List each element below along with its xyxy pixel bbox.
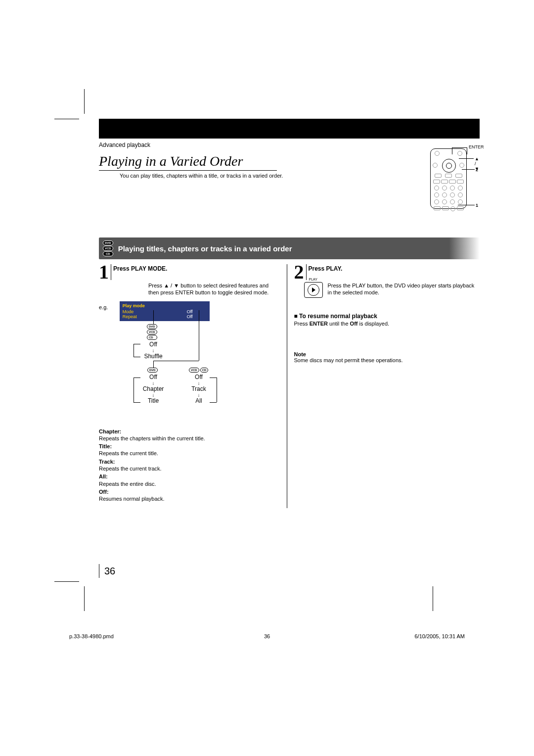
step-2-title: Press PLAY. — [309, 264, 343, 272]
osd-box: Play mode ModeOff RepeatOff — [120, 301, 210, 321]
note-heading: Note — [294, 351, 476, 357]
page-number: 36 — [99, 564, 115, 578]
osd-title: Play mode — [123, 303, 207, 308]
badge-vcd: VCD — [189, 368, 199, 373]
dvd-off: Off — [138, 374, 168, 380]
badge-dvd: DVD — [147, 368, 158, 373]
footer-datetime: 6/10/2005, 10:31 AM — [316, 633, 465, 639]
vcd-all: All — [184, 397, 214, 404]
dvd-chapter: Chapter — [138, 385, 168, 392]
note-body: Some discs may not permit these operatio… — [294, 357, 476, 363]
page-title: Playing in a Varied Order — [99, 153, 277, 171]
osd-repeat-key: Repeat — [123, 314, 187, 319]
vcd-track: Track — [184, 385, 214, 392]
disc-badges: DVD VCD CD — [103, 240, 113, 256]
step-2-body: Press the PLAY button, the DVD video pla… — [328, 282, 476, 298]
footer: p.33-38-4980.pmd 36 6/10/2005, 10:31 AM — [69, 633, 465, 639]
badge-dvd: DVD — [103, 240, 113, 245]
def-off: Off: — [99, 488, 281, 495]
step-2-number: 2 — [294, 264, 307, 280]
def-chapter: Chapter: — [99, 428, 281, 435]
subsection-title: Playing titles, chapters or tracks in a … — [118, 244, 292, 253]
remote-callout-2: 2 — [476, 167, 478, 172]
mode-diagram: DVD VCD CD Off ↓ Shuffle DVD Off ↓ Chapt… — [119, 324, 281, 413]
section-label: Advanced playback — [99, 142, 480, 148]
badge-vcd: VCD — [103, 246, 113, 251]
vcd-off: Off — [184, 374, 214, 380]
resume-heading: To resume normal playback — [294, 313, 476, 320]
page-content: Advanced playback Playing in a Varied Or… — [99, 119, 480, 508]
mode-off: Off — [138, 341, 168, 348]
remote-callout-1: 1 — [476, 203, 478, 208]
crop-mark — [84, 586, 85, 611]
dvd-title: Title — [138, 397, 168, 404]
def-all-desc: Repeats the entire disc. — [99, 480, 281, 487]
page-subtitle: You can play titles, chapters within a t… — [120, 173, 317, 179]
remote-diagram: ENTER ▲ / ▼ 2 1 — [430, 148, 480, 213]
def-off-desc: Resumes normal playback. — [99, 495, 281, 502]
osd-mode-val: Off — [187, 309, 207, 314]
badge-cd: CD — [147, 335, 157, 340]
subsection-bar: DVD VCD CD Playing titles, chapters or t… — [99, 237, 480, 259]
play-button-icon — [304, 282, 323, 298]
footer-page: 36 — [218, 633, 316, 639]
badge-vcd: VCD — [147, 330, 157, 334]
header-bar — [99, 119, 480, 139]
definitions: Chapter: Repeats the chapters within the… — [99, 428, 281, 503]
osd-repeat-val: Off — [187, 314, 207, 319]
def-title: Title: — [99, 443, 281, 450]
resume-body: Press ENTER until the Off is displayed. — [294, 321, 476, 327]
crop-mark — [54, 119, 79, 119]
crop-mark — [433, 586, 433, 611]
badge-dvd: DVD — [147, 324, 157, 329]
badge-cd: CD — [103, 251, 113, 256]
mode-shuffle: Shuffle — [138, 353, 168, 360]
footer-filename: p.33-38-4980.pmd — [69, 633, 218, 639]
def-track: Track: — [99, 458, 281, 465]
def-title-desc: Repeats the current title. — [99, 450, 281, 457]
crop-mark — [84, 89, 85, 114]
play-button-label: PLAY — [309, 277, 317, 282]
step-1: 1 Press PLAY MODE. Press ▲ / ▼ button to… — [99, 264, 287, 508]
eg-label: e.g. — [99, 304, 108, 310]
step-1-title: Press PLAY MODE. — [113, 264, 167, 272]
def-all: All: — [99, 473, 281, 480]
crop-mark — [54, 581, 79, 582]
badge-cd: CD — [200, 368, 209, 373]
step-1-body: Press ▲ / ▼ button to select desired fea… — [148, 282, 281, 296]
step-1-number: 1 — [99, 264, 111, 280]
def-chapter-desc: Repeats the chapters within the current … — [99, 435, 281, 442]
osd-mode-key: Mode — [123, 309, 187, 314]
step-2: 2 Press PLAY. PLAY Press the PLAY button… — [287, 264, 480, 508]
def-track-desc: Repeats the current track. — [99, 465, 281, 472]
remote-enter-label: ENTER — [469, 144, 484, 149]
